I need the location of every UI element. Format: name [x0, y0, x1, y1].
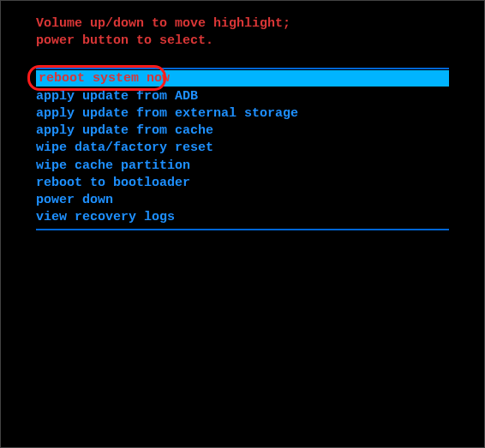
menu-item-label: view recovery logs [36, 210, 175, 224]
recovery-screen: Volume up/down to move highlight; power … [0, 0, 485, 448]
menu-item-power-down[interactable]: power down [0, 192, 485, 209]
menu-item-apply-update-external[interactable]: apply update from external storage [0, 105, 485, 122]
menu-item-label: reboot system now [39, 71, 170, 86]
menu-item-label: apply update from cache [36, 123, 213, 138]
menu-item-reboot-bootloader[interactable]: reboot to bootloader [0, 175, 485, 192]
menu-item-wipe-cache[interactable]: wipe cache partition [0, 158, 485, 175]
menu-item-view-logs[interactable]: view recovery logs [0, 209, 485, 226]
menu-item-apply-update-cache[interactable]: apply update from cache [0, 122, 485, 140]
recovery-menu: reboot system now apply update from ADB … [0, 70, 485, 227]
menu-item-apply-update-adb[interactable]: apply update from ADB [0, 88, 485, 105]
menu-item-label: wipe cache partition [36, 158, 190, 173]
menu-item-label: apply update from external storage [36, 106, 298, 121]
menu-divider-top [36, 68, 449, 69]
menu-divider-bottom [36, 229, 449, 230]
menu-item-label: wipe data/factory reset [36, 140, 213, 155]
menu-item-label: apply update from ADB [36, 89, 198, 104]
instruction-line-1: Volume up/down to move highlight; [36, 15, 485, 33]
instruction-line-2: power button to select. [36, 33, 485, 50]
menu-item-wipe-data[interactable]: wipe data/factory reset [0, 140, 485, 157]
menu-item-selected-wrapper: reboot system now [0, 70, 485, 87]
instructions-text: Volume up/down to move highlight; power … [0, 15, 485, 51]
menu-item-label: reboot to bootloader [36, 176, 190, 190]
menu-item-label: power down [36, 193, 113, 207]
menu-item-reboot-system[interactable]: reboot system now [36, 70, 449, 87]
